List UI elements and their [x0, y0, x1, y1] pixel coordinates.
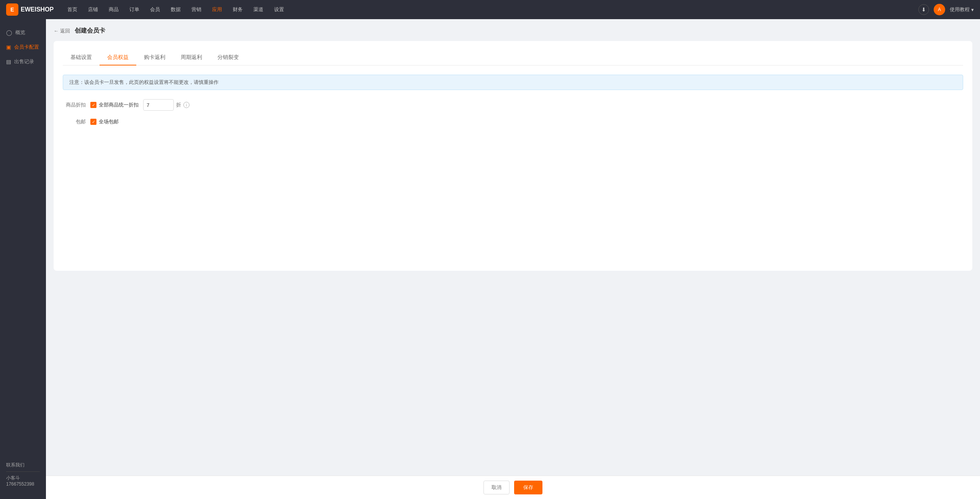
sidebar-icon: ▣ — [6, 44, 11, 50]
footer-bar: 取消 保存 — [46, 476, 980, 499]
page-header: ← 返回 创建会员卡 — [54, 27, 972, 35]
download-icon[interactable]: ⬇ — [918, 4, 929, 15]
nav-item-首页[interactable]: 首页 — [63, 4, 82, 15]
tab-分销裂变[interactable]: 分销裂变 — [210, 50, 247, 65]
nav-item-订单[interactable]: 订单 — [125, 4, 144, 15]
tab-购卡返利[interactable]: 购卡返利 — [136, 50, 173, 65]
sidebar: ◯概览▣会员卡配置▤出售记录 联系我们 小客斗 17667552398 — [0, 19, 46, 499]
contact-phone: 17667552398 — [6, 481, 40, 487]
cancel-button[interactable]: 取消 — [483, 481, 510, 494]
notice-box: 注意：该会员卡一旦发售，此页的权益设置将不能更改，请慎重操作 — [63, 75, 963, 90]
sidebar-icon: ◯ — [6, 29, 12, 36]
shipping-checkbox[interactable]: ✓ — [90, 119, 96, 125]
tab-会员权益[interactable]: 会员权益 — [100, 50, 136, 65]
shipping-checkbox-label: 全场包邮 — [99, 118, 119, 125]
nav-item-设置[interactable]: 设置 — [270, 4, 289, 15]
nav-item-数据[interactable]: 数据 — [166, 4, 185, 15]
tab-周期返利[interactable]: 周期返利 — [173, 50, 210, 65]
nav-item-商品[interactable]: 商品 — [104, 4, 123, 15]
contact-name: 小客斗 — [6, 475, 40, 481]
shipping-label: 包邮 — [63, 118, 86, 125]
sidebar-item-会员卡配置[interactable]: ▣会员卡配置 — [0, 40, 46, 54]
nav-right: ⬇ A 使用教程 ▾ — [918, 4, 974, 15]
discount-label: 商品折扣 — [63, 101, 86, 108]
nav-item-营销[interactable]: 营销 — [187, 4, 206, 15]
discount-checkbox[interactable]: ✓ — [90, 102, 96, 108]
nav-item-应用[interactable]: 应用 — [207, 4, 227, 15]
back-button[interactable]: ← 返回 — [54, 28, 70, 34]
info-icon[interactable]: i — [183, 102, 189, 108]
discount-input-wrapper: 折 i — [143, 99, 189, 111]
discount-input[interactable] — [143, 99, 174, 111]
logo-text: EWEISHOP — [21, 6, 54, 13]
user-avatar[interactable]: A — [934, 4, 945, 15]
page-title: 创建会员卡 — [75, 27, 105, 35]
sidebar-bottom: 联系我们 小客斗 17667552398 — [0, 456, 46, 493]
contact-title: 联系我们 — [6, 462, 40, 468]
discount-row: 商品折扣 ✓ 全部商品统一折扣 折 i — [63, 99, 963, 111]
nav-item-财务[interactable]: 财务 — [228, 4, 247, 15]
contact-divider — [6, 471, 40, 472]
help-link[interactable]: 使用教程 ▾ — [950, 6, 974, 13]
nav-logo[interactable]: E EWEISHOP — [6, 3, 54, 16]
save-button[interactable]: 保存 — [514, 481, 542, 494]
tab-基础设置[interactable]: 基础设置 — [63, 50, 100, 65]
logo-icon: E — [6, 3, 18, 16]
top-nav: E EWEISHOP 首页店铺商品订单会员数据营销应用财务渠道设置 ⬇ A 使用… — [0, 0, 980, 19]
nav-item-会员[interactable]: 会员 — [145, 4, 165, 15]
nav-item-渠道[interactable]: 渠道 — [249, 4, 268, 15]
discount-checkbox-label: 全部商品统一折扣 — [99, 101, 139, 108]
sidebar-item-出售记录[interactable]: ▤出售记录 — [0, 54, 46, 69]
tabs-container: 基础设置会员权益购卡返利周期返利分销裂变 — [63, 50, 963, 65]
shipping-checkbox-wrapper: ✓ 全场包邮 — [90, 118, 119, 125]
sidebar-icon: ▤ — [6, 59, 11, 65]
sidebar-item-概览[interactable]: ◯概览 — [0, 25, 46, 40]
main-content: ← 返回 创建会员卡 基础设置会员权益购卡返利周期返利分销裂变 注意：该会员卡一… — [46, 19, 980, 499]
main-card: 基础设置会员权益购卡返利周期返利分销裂变 注意：该会员卡一旦发售，此页的权益设置… — [54, 41, 972, 271]
layout: ◯概览▣会员卡配置▤出售记录 联系我们 小客斗 17667552398 ← 返回… — [0, 19, 980, 499]
discount-checkbox-wrapper: ✓ 全部商品统一折扣 — [90, 101, 139, 108]
discount-suffix: 折 — [176, 101, 181, 108]
shipping-row: 包邮 ✓ 全场包邮 — [63, 118, 963, 125]
nav-items: 首页店铺商品订单会员数据营销应用财务渠道设置 — [63, 4, 918, 15]
nav-item-店铺[interactable]: 店铺 — [83, 4, 103, 15]
